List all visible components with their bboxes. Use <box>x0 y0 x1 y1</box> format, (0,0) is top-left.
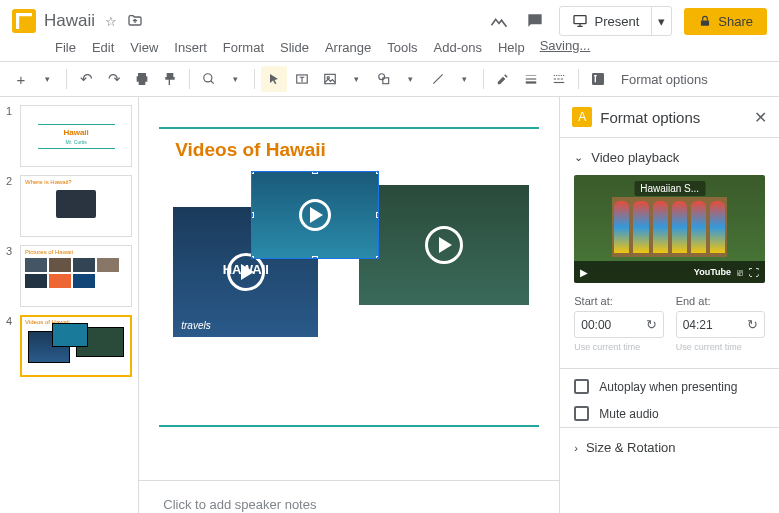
zoom-button[interactable] <box>196 66 222 92</box>
border-weight-button[interactable] <box>518 66 544 92</box>
refresh-icon[interactable]: ↻ <box>646 317 657 332</box>
start-label: Start at: <box>574 295 663 307</box>
select-tool[interactable] <box>261 66 287 92</box>
paint-format-button[interactable] <box>157 66 183 92</box>
autoplay-checkbox-row[interactable]: Autoplay when presenting <box>560 373 779 400</box>
svg-rect-0 <box>574 16 586 24</box>
image-tool[interactable] <box>317 66 343 92</box>
format-options-panel: A Format options ✕ ⌄ Video playback Hawa… <box>559 97 779 513</box>
slide-thumbnails: 1 Hawaii Mr. Curtis 2 Where is Hawaii? 3… <box>0 97 139 513</box>
play-icon <box>425 226 463 264</box>
menu-insert[interactable]: Insert <box>167 38 214 57</box>
menu-slide[interactable]: Slide <box>273 38 316 57</box>
end-label: End at: <box>676 295 765 307</box>
slide-title[interactable]: Videos of Hawaii <box>175 139 326 161</box>
folder-icon[interactable] <box>127 13 143 29</box>
menu-format[interactable]: Format <box>216 38 271 57</box>
video-playback-section[interactable]: ⌄ Video playback <box>574 150 765 165</box>
panel-title: Format options <box>600 109 746 126</box>
menu-addons[interactable]: Add-ons <box>427 38 489 57</box>
line-dropdown[interactable]: ▾ <box>451 66 477 92</box>
thumbnail-1[interactable]: Hawaii Mr. Curtis <box>20 105 132 167</box>
textbox-tool[interactable] <box>289 66 315 92</box>
svg-rect-4 <box>325 74 336 83</box>
svg-point-2 <box>204 74 212 82</box>
checkbox-icon <box>574 379 589 394</box>
present-button[interactable]: Present <box>560 13 651 29</box>
star-icon[interactable]: ☆ <box>105 14 117 29</box>
youtube-label: YouTube <box>694 267 731 277</box>
preview-theater-icon[interactable]: ⎚ <box>737 267 743 278</box>
svg-point-6 <box>379 74 385 80</box>
preview-play-icon[interactable]: ▶ <box>580 267 588 278</box>
start-hint: Use current time <box>574 342 663 352</box>
menu-help[interactable]: Help <box>491 38 532 57</box>
share-button[interactable]: Share <box>684 8 767 35</box>
new-slide-dropdown[interactable]: ▾ <box>34 66 60 92</box>
svg-rect-1 <box>701 20 709 25</box>
thumbnail-4[interactable]: Videos of Hawaii <box>20 315 132 377</box>
end-hint: Use current time <box>676 342 765 352</box>
image-dropdown[interactable]: ▾ <box>343 66 369 92</box>
menu-tools[interactable]: Tools <box>380 38 424 57</box>
checkbox-icon <box>574 406 589 421</box>
svg-rect-8 <box>592 73 604 85</box>
border-color-button[interactable] <box>490 66 516 92</box>
close-icon[interactable]: ✕ <box>754 108 767 127</box>
thumb-number: 2 <box>6 175 16 237</box>
chevron-right-icon: › <box>574 442 578 454</box>
thumb-number: 4 <box>6 315 16 377</box>
size-rotation-section[interactable]: › Size & Rotation <box>560 427 779 467</box>
end-time-input[interactable]: 04:21 ↻ <box>676 311 765 338</box>
format-options-icon[interactable] <box>585 66 611 92</box>
video-selected[interactable] <box>251 171 379 259</box>
shape-dropdown[interactable]: ▾ <box>397 66 423 92</box>
play-icon <box>299 199 331 231</box>
border-dash-button[interactable] <box>546 66 572 92</box>
mute-checkbox-row[interactable]: Mute audio <box>560 400 779 427</box>
speaker-notes[interactable]: Click to add speaker notes <box>139 480 559 513</box>
line-tool[interactable] <box>425 66 451 92</box>
start-time-input[interactable]: 00:00 ↻ <box>574 311 663 338</box>
menu-file[interactable]: File <box>48 38 83 57</box>
format-options-label[interactable]: Format options <box>613 72 716 87</box>
video-preview[interactable]: Hawaiian S... ▶ YouTube ⎚ ⛶ <box>574 175 765 283</box>
shape-tool[interactable] <box>371 66 397 92</box>
slide-canvas[interactable]: Videos of Hawaii HAWAII travels <box>159 127 539 427</box>
menu-view[interactable]: View <box>123 38 165 57</box>
doc-title[interactable]: Hawaii <box>44 11 95 31</box>
print-button[interactable] <box>129 66 155 92</box>
thumb-number: 3 <box>6 245 16 307</box>
redo-button[interactable]: ↷ <box>101 66 127 92</box>
thumbnail-2[interactable]: Where is Hawaii? <box>20 175 132 237</box>
activity-icon[interactable] <box>487 9 511 33</box>
saving-status: Saving... <box>540 38 591 57</box>
menu-edit[interactable]: Edit <box>85 38 121 57</box>
refresh-icon[interactable]: ↻ <box>747 317 758 332</box>
thumb-number: 1 <box>6 105 16 167</box>
video-2[interactable] <box>359 185 529 305</box>
thumbnail-3[interactable]: Pictures of Hawaii <box>20 245 132 307</box>
comments-icon[interactable] <box>523 9 547 33</box>
format-panel-icon: A <box>572 107 592 127</box>
slides-logo <box>12 9 36 33</box>
present-dropdown[interactable]: ▾ <box>651 7 671 35</box>
chevron-down-icon: ⌄ <box>574 151 583 164</box>
preview-fullscreen-icon[interactable]: ⛶ <box>749 267 759 278</box>
menu-arrange[interactable]: Arrange <box>318 38 378 57</box>
zoom-dropdown[interactable]: ▾ <box>222 66 248 92</box>
undo-button[interactable]: ↶ <box>73 66 99 92</box>
new-slide-button[interactable]: + <box>8 66 34 92</box>
